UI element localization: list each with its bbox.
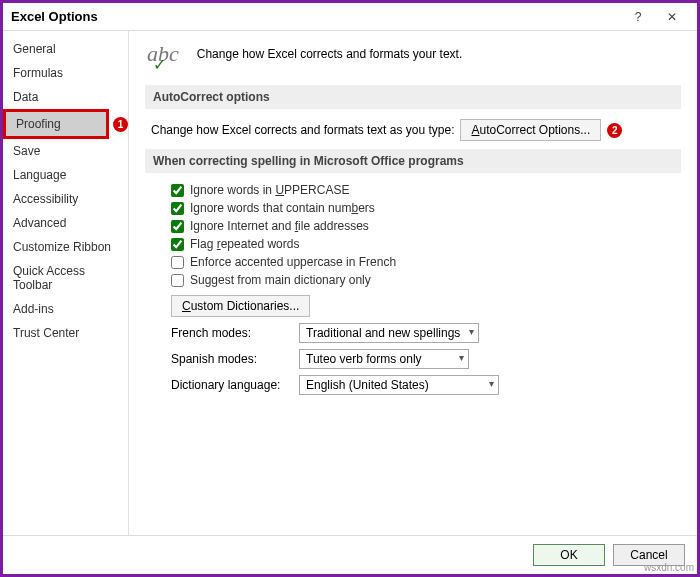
sidebar-item-addins[interactable]: Add-ins xyxy=(3,297,128,321)
ok-button[interactable]: OK xyxy=(533,544,605,566)
excel-options-window: Excel Options ? ✕ General Formulas Data … xyxy=(0,0,700,577)
sidebar-item-save[interactable]: Save xyxy=(3,139,128,163)
check-main-dict[interactable]: Suggest from main dictionary only xyxy=(171,273,681,287)
annotation-badge-2: 2 xyxy=(607,123,622,138)
check-internet-box[interactable] xyxy=(171,220,184,233)
watermark: wsxdn.com xyxy=(644,562,694,573)
close-button[interactable]: ✕ xyxy=(655,6,689,28)
abc-icon: abc ✓ xyxy=(147,41,179,67)
autocorrect-desc: Change how Excel corrects and formats te… xyxy=(151,123,454,137)
dialog-body: General Formulas Data Proofing 1 Save La… xyxy=(3,31,697,535)
french-modes-label: French modes: xyxy=(171,326,291,340)
category-sidebar: General Formulas Data Proofing 1 Save La… xyxy=(3,31,129,535)
autocorrect-btn-rest: utoCorrect Options... xyxy=(480,123,591,137)
sidebar-item-general[interactable]: General xyxy=(3,37,128,61)
sidebar-item-customize-ribbon[interactable]: Customize Ribbon xyxy=(3,235,128,259)
sidebar-item-advanced[interactable]: Advanced xyxy=(3,211,128,235)
dictionary-language-select[interactable]: English (United States) xyxy=(299,375,499,395)
check-main-dict-box[interactable] xyxy=(171,274,184,287)
content-pane: abc ✓ Change how Excel corrects and form… xyxy=(129,31,697,535)
sidebar-item-quick-access[interactable]: Quick Access Toolbar xyxy=(3,259,128,297)
sidebar-item-data[interactable]: Data xyxy=(3,85,128,109)
sidebar-item-accessibility[interactable]: Accessibility xyxy=(3,187,128,211)
check-internet[interactable]: Ignore Internet and file addresses xyxy=(171,219,681,233)
check-numbers-box[interactable] xyxy=(171,202,184,215)
sidebar-item-trust-center[interactable]: Trust Center xyxy=(3,321,128,345)
window-title: Excel Options xyxy=(11,9,621,24)
check-repeated[interactable]: Flag repeated words xyxy=(171,237,681,251)
check-french-accent-box[interactable] xyxy=(171,256,184,269)
dictionary-language-label: Dictionary language: xyxy=(171,378,291,392)
french-modes-select[interactable]: Traditional and new spellings xyxy=(299,323,479,343)
check-numbers[interactable]: Ignore words that contain numbers xyxy=(171,201,681,215)
sidebar-item-language[interactable]: Language xyxy=(3,163,128,187)
check-icon: ✓ xyxy=(153,55,166,74)
titlebar: Excel Options ? ✕ xyxy=(3,3,697,31)
section-spelling-heading: When correcting spelling in Microsoft Of… xyxy=(145,149,681,173)
autocorrect-options-button[interactable]: AutoCorrect Options... xyxy=(460,119,601,141)
sidebar-item-proofing[interactable]: Proofing xyxy=(3,109,109,139)
dialog-footer: OK Cancel xyxy=(3,535,697,574)
intro-row: abc ✓ Change how Excel corrects and form… xyxy=(145,41,681,67)
check-uppercase-box[interactable] xyxy=(171,184,184,197)
intro-text: Change how Excel corrects and formats yo… xyxy=(197,47,462,61)
sidebar-item-formulas[interactable]: Formulas xyxy=(3,61,128,85)
custom-dictionaries-button[interactable]: Custom Dictionaries... xyxy=(171,295,310,317)
check-french-accent[interactable]: Enforce accented uppercase in French xyxy=(171,255,681,269)
help-button[interactable]: ? xyxy=(621,6,655,28)
check-uppercase[interactable]: Ignore words in UPPERCASE xyxy=(171,183,681,197)
check-repeated-box[interactable] xyxy=(171,238,184,251)
annotation-badge-1: 1 xyxy=(113,117,128,132)
spanish-modes-label: Spanish modes: xyxy=(171,352,291,366)
section-autocorrect-heading: AutoCorrect options xyxy=(145,85,681,109)
spanish-modes-select[interactable]: Tuteo verb forms only xyxy=(299,349,469,369)
